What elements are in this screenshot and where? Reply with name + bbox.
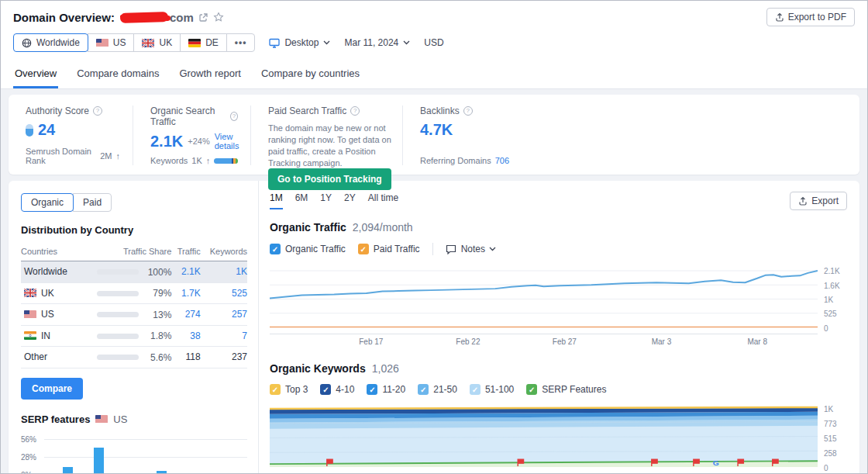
scope-uk[interactable]: UK xyxy=(133,33,181,52)
serp-bar[interactable] xyxy=(94,448,104,474)
external-link-icon[interactable] xyxy=(198,12,208,22)
keywords-position-bar xyxy=(214,158,238,164)
backlinks-block: Backlinks? 4.7K Referring Domains706 xyxy=(402,106,859,165)
authority-gauge-icon xyxy=(26,124,33,137)
referring-domains-value[interactable]: 706 xyxy=(495,156,509,165)
traffic-value[interactable]: 2.1K xyxy=(171,261,200,283)
notes-dropdown[interactable]: Notes xyxy=(446,244,496,254)
scope-us[interactable]: US xyxy=(88,33,135,52)
legend-11-20[interactable]: ✓11-20 xyxy=(367,384,405,395)
tab-overview[interactable]: Overview xyxy=(13,63,58,88)
up-arrow-icon: ↑ xyxy=(116,151,121,161)
col-traffic: Traffic xyxy=(171,244,200,261)
serp-ytick: 56% xyxy=(21,434,36,443)
keywords-value[interactable]: 1K xyxy=(201,261,247,283)
period-2y[interactable]: 2Y xyxy=(344,192,356,209)
view-details-link[interactable]: View details xyxy=(215,132,239,151)
checkbox-checked-icon: ✓ xyxy=(526,384,537,395)
toggle-paid[interactable]: Paid xyxy=(73,193,112,212)
period-all-time[interactable]: All time xyxy=(368,192,398,209)
country-name: UK xyxy=(41,288,54,299)
tab-growth-report[interactable]: Growth report xyxy=(177,63,242,88)
serp-ytick: 0% xyxy=(21,470,32,474)
country-name: IN xyxy=(41,330,50,341)
legend-serp-features[interactable]: ✓SERP Features xyxy=(526,384,606,395)
serp-flag-label: US xyxy=(113,413,127,425)
traffic-plot-area[interactable] xyxy=(270,263,818,334)
serp-bar[interactable] xyxy=(157,471,167,474)
compare-button[interactable]: Compare xyxy=(21,378,83,400)
info-icon[interactable]: ? xyxy=(230,112,238,121)
device-label: Desktop xyxy=(284,37,319,48)
more-dots-icon: ••• xyxy=(235,37,247,48)
scope-worldwide-label: Worldwide xyxy=(36,37,80,48)
legend-4-10[interactable]: ✓4-10 xyxy=(320,384,354,395)
country-name: Other xyxy=(24,351,47,362)
export-to-pdf-button[interactable]: Export to PDF xyxy=(766,8,855,26)
backlinks-label: Backlinks xyxy=(420,106,460,116)
serp-bar[interactable] xyxy=(63,467,73,474)
serp-features-title: SERP features US xyxy=(21,413,247,425)
table-row-us[interactable]: US 13% 274 257 xyxy=(21,304,247,326)
table-row-in[interactable]: IN 1.8% 38 7 xyxy=(21,325,247,347)
col-traffic-share: Traffic Share xyxy=(79,244,172,261)
organic-traffic-line xyxy=(270,271,818,299)
legend-21-50[interactable]: ✓21-50 xyxy=(418,384,457,395)
table-row-uk[interactable]: UK 79% 1.7K 525 xyxy=(21,282,247,304)
checkbox-checked-icon: ✓ xyxy=(270,384,281,395)
legend-top3[interactable]: ✓Top 3 xyxy=(270,384,308,395)
keywords-value[interactable]: 257 xyxy=(201,304,247,326)
period-6m[interactable]: 6M xyxy=(295,192,308,209)
checkbox-checked-icon: ✓ xyxy=(470,384,480,395)
scope-us-label: US xyxy=(113,37,126,48)
uk-flag-icon xyxy=(24,289,36,297)
scope-more-button[interactable]: ••• xyxy=(226,33,256,52)
export-button[interactable]: Export xyxy=(790,192,847,210)
table-row-worldwide[interactable]: Worldwide 100% 2.1K 1K xyxy=(21,261,247,283)
scope-de-label: DE xyxy=(205,37,219,48)
authority-score-block: Authority Score? 24 Semrush Domain Rank2… xyxy=(9,106,133,165)
paid-traffic-label: Paid Search Traffic xyxy=(268,106,346,116)
currency-selector[interactable]: USD xyxy=(424,37,443,48)
traffic-legend: ✓Organic Traffic ✓Paid Traffic Notes xyxy=(270,243,847,255)
favorite-star-icon[interactable] xyxy=(213,12,224,22)
keywords-value[interactable]: 525 xyxy=(201,282,247,304)
traffic-value[interactable]: 38 xyxy=(171,325,200,347)
info-icon[interactable]: ? xyxy=(350,106,360,116)
share-bar xyxy=(97,269,139,275)
paid-search-traffic-block: Paid Search Traffic? The domain may be n… xyxy=(250,106,402,165)
right-panel: 1M 6M 1Y 2Y All time Export Organic Traf… xyxy=(258,181,859,474)
keywords-value: 1K xyxy=(191,156,202,165)
info-icon[interactable]: ? xyxy=(93,106,102,116)
table-row-other[interactable]: Other 5.6% 118 237 xyxy=(21,347,247,368)
toggle-organic[interactable]: Organic xyxy=(21,193,74,212)
info-icon[interactable]: ? xyxy=(463,106,473,116)
keywords-plot-area[interactable]: G xyxy=(270,403,818,474)
device-selector[interactable]: Desktop xyxy=(269,37,330,48)
organic-traffic-title: Organic Traffic 2,094/month xyxy=(270,221,847,234)
legend-paid-traffic[interactable]: ✓Paid Traffic xyxy=(358,244,420,254)
in-flag-icon xyxy=(24,331,36,340)
period-1y[interactable]: 1Y xyxy=(320,192,332,209)
paid-traffic-message: The domain may be new or not ranking rig… xyxy=(268,123,406,168)
kwbar-green-segment xyxy=(236,158,238,164)
share-value: 79% xyxy=(145,288,171,299)
share-value: 13% xyxy=(145,310,171,320)
legend-51-100[interactable]: ✓51-100 xyxy=(470,384,514,395)
scope-de[interactable]: DE xyxy=(180,33,227,52)
traffic-value[interactable]: 274 xyxy=(171,304,200,326)
checkbox-checked-icon: ✓ xyxy=(358,244,369,254)
keywords-value[interactable]: 7 xyxy=(201,325,247,347)
organic-traffic-chart: 2.1K 1.6K 1K 525 0 xyxy=(270,263,847,334)
divider xyxy=(432,243,433,255)
date-selector[interactable]: Mar 11, 2024 xyxy=(344,37,410,48)
serp-features-chart: 56% 28% 0% xyxy=(21,433,247,474)
authority-score-value: 24 xyxy=(38,121,55,139)
tab-compare-by-countries[interactable]: Compare by countries xyxy=(260,63,361,88)
period-1m[interactable]: 1M xyxy=(270,192,283,209)
traffic-value[interactable]: 1.7K xyxy=(171,282,200,304)
tab-compare-domains[interactable]: Compare domains xyxy=(75,63,160,88)
de-flag-icon xyxy=(188,39,201,47)
scope-worldwide[interactable]: Worldwide xyxy=(13,33,88,52)
legend-organic-traffic[interactable]: ✓Organic Traffic xyxy=(270,244,346,254)
